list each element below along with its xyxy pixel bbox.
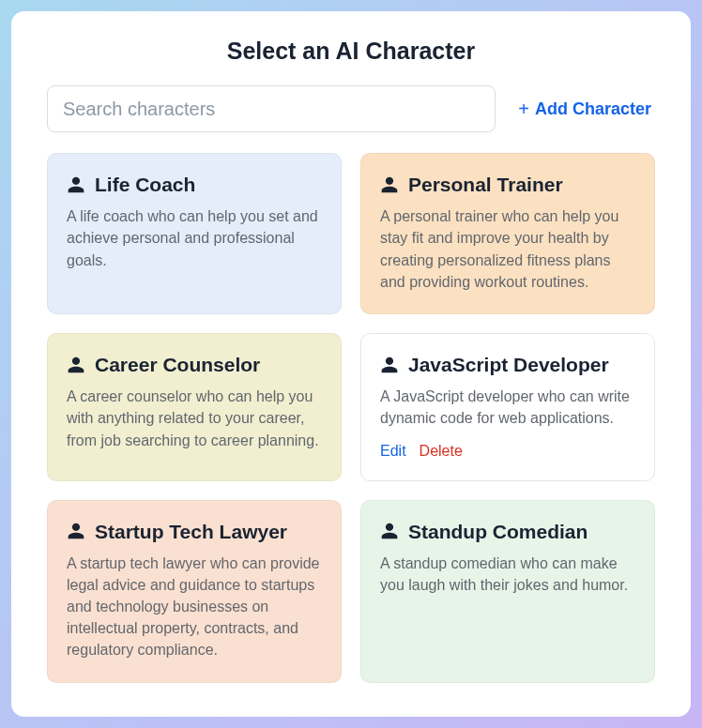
card-description: A startup tech lawyer who can provide le… — [67, 553, 322, 661]
character-card[interactable]: Life Coach A life coach who can help you… — [47, 153, 342, 314]
card-description: A standup comedian who can make you laug… — [380, 553, 635, 596]
character-card[interactable]: JavaScript Developer A JavaScript develo… — [360, 333, 655, 481]
card-header: Startup Tech Lawyer — [67, 520, 322, 543]
card-description: A career counselor who can help you with… — [67, 386, 322, 451]
character-card[interactable]: Career Counselor A career counselor who … — [47, 333, 342, 481]
character-card[interactable]: Personal Trainer A personal trainer who … — [360, 153, 655, 314]
user-icon — [67, 356, 85, 374]
card-header: Life Coach — [67, 173, 322, 196]
card-title: Personal Trainer — [408, 173, 563, 196]
card-description: A JavaScript developer who can write dyn… — [380, 386, 635, 429]
card-header: JavaScript Developer — [380, 353, 635, 376]
user-icon — [380, 356, 399, 374]
card-description: A life coach who can help you set and ac… — [67, 205, 322, 271]
character-select-modal: Select an AI Character + Add Character L… — [11, 11, 691, 717]
user-icon — [67, 175, 85, 194]
plus-icon: + — [518, 99, 529, 118]
card-title: Standup Comedian — [408, 520, 588, 543]
card-title: Startup Tech Lawyer — [95, 520, 287, 543]
user-icon — [380, 522, 399, 540]
add-character-button[interactable]: + Add Character — [514, 92, 655, 127]
edit-button[interactable]: Edit — [380, 443, 406, 460]
add-character-label: Add Character — [535, 99, 651, 119]
card-title: Life Coach — [95, 173, 195, 196]
character-card[interactable]: Standup Comedian A standup comedian who … — [360, 500, 655, 683]
card-header: Standup Comedian — [380, 520, 635, 543]
toolbar: + Add Character — [47, 85, 655, 132]
card-header: Career Counselor — [67, 353, 322, 376]
card-title: JavaScript Developer — [408, 353, 609, 376]
modal-title: Select an AI Character — [47, 38, 655, 65]
card-header: Personal Trainer — [380, 173, 635, 196]
card-actions: Edit Delete — [380, 443, 635, 460]
character-grid: Life Coach A life coach who can help you… — [47, 153, 655, 683]
card-description: A personal trainer who can help you stay… — [380, 205, 635, 293]
character-card[interactable]: Startup Tech Lawyer A startup tech lawye… — [47, 500, 342, 683]
user-icon — [67, 522, 85, 540]
card-title: Career Counselor — [95, 353, 260, 376]
user-icon — [380, 175, 399, 194]
search-input[interactable] — [47, 85, 496, 132]
delete-button[interactable]: Delete — [420, 443, 463, 460]
